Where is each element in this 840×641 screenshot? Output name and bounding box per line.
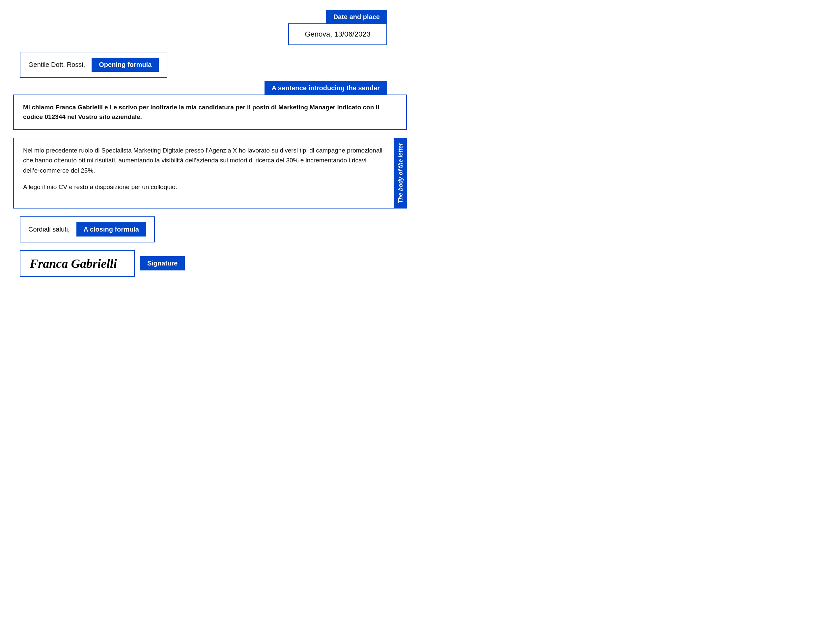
signature-section: Franca Gabrielli Signature <box>20 250 407 277</box>
closing-text: Cordiali saluti, <box>28 225 70 233</box>
body-paragraph-1: Nel mio precedente ruolo di Specialista … <box>23 146 385 176</box>
signature-label: Signature <box>140 256 185 271</box>
closing-box: Cordiali saluti, A closing formula <box>20 216 155 242</box>
date-place-section: Date and place Genova, 13/06/2023 <box>13 10 407 45</box>
closing-label: A closing formula <box>76 222 146 237</box>
signature-box: Franca Gabrielli <box>20 250 135 277</box>
opening-section: Gentile Dott. Rossi, Opening formula <box>20 52 407 78</box>
sender-intro-section: A sentence introducing the sender <box>13 81 407 95</box>
opening-text: Gentile Dott. Rossi, <box>28 61 85 69</box>
signature-name: Franca Gabrielli <box>30 256 117 271</box>
date-place-value: Genova, 13/06/2023 <box>288 23 387 45</box>
body-main: Nel mio precedente ruolo di Specialista … <box>13 138 394 208</box>
closing-section: Cordiali saluti, A closing formula <box>20 216 407 242</box>
body-section: Nel mio precedente ruolo di Specialista … <box>13 138 407 208</box>
date-place-label: Date and place <box>326 10 387 24</box>
opening-label: Opening formula <box>92 58 159 72</box>
body-paragraph-2: Allego il mio CV e resto a disposizione … <box>23 182 385 192</box>
opening-box: Gentile Dott. Rossi, Opening formula <box>20 52 167 78</box>
sender-intro-label: A sentence introducing the sender <box>264 81 387 95</box>
body-label: The body of the letter <box>394 138 407 208</box>
intro-paragraph-box: Mi chiamo Franca Gabrielli e Le scrivo p… <box>13 95 407 130</box>
intro-paragraph-text: Mi chiamo Franca Gabrielli e Le scrivo p… <box>23 104 379 120</box>
